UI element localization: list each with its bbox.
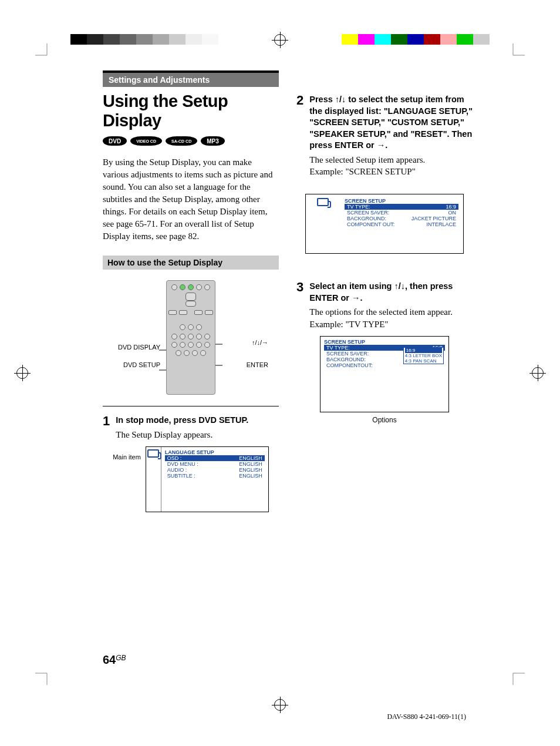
color-bars-left bbox=[70, 34, 218, 45]
badge-videocd: VIDEO CD bbox=[130, 136, 162, 146]
crop-mark bbox=[507, 43, 525, 63]
step-example: Example: "SCREEN SETUP" bbox=[309, 166, 473, 177]
step-heading: Select an item using ↑/↓, then press ENT… bbox=[309, 281, 473, 304]
osd-title: SCREEN SETUP bbox=[345, 198, 458, 204]
format-badges: DVD VIDEO CD SA-CD CD MP3 bbox=[103, 136, 279, 146]
remote-label-enter: ENTER bbox=[247, 361, 268, 368]
osd-row: DVD MENU :ENGLISH bbox=[165, 461, 265, 467]
page-title: Using the Setup Display bbox=[103, 92, 279, 130]
options-caption: Options bbox=[296, 416, 473, 424]
osd-title: SCREEN SETUP bbox=[324, 339, 445, 345]
osd-screen-setup: SCREEN SETUP TV TYPE:16:9SCREEN SAVER:ON… bbox=[296, 194, 473, 254]
step-3: 3 Select an item using ↑/↓, then press E… bbox=[296, 281, 473, 330]
osd-side-label: Main item bbox=[113, 446, 141, 461]
step-number: 2 bbox=[296, 94, 303, 177]
registration-mark-top bbox=[274, 34, 286, 46]
osd-tv-type: SCREEN SETUP TV TYPE:16:9SCREEN SAVER:BA… bbox=[296, 336, 473, 412]
badge-dvd: DVD bbox=[103, 136, 127, 146]
tv-icon bbox=[317, 198, 329, 206]
step-2: 2 Press ↑/↓ to select the setup item fro… bbox=[296, 94, 473, 177]
step-text: The Setup Display appears. bbox=[116, 429, 279, 441]
osd-title: LANGUAGE SETUP bbox=[165, 449, 265, 455]
page-number: 64GB bbox=[103, 653, 126, 667]
remote-control-icon bbox=[166, 280, 215, 395]
badge-sacd: SA-CD CD bbox=[166, 136, 197, 146]
color-bars-right bbox=[342, 34, 490, 45]
footer-text: DAV-S880 4-241-069-11(1) bbox=[387, 713, 466, 721]
registration-mark-bottom bbox=[274, 699, 286, 711]
remote-label-arrows: ↑/↓/→ bbox=[252, 339, 268, 346]
badge-mp3: MP3 bbox=[201, 136, 225, 146]
intro-paragraph: By using the Setup Display, you can make… bbox=[103, 156, 279, 243]
step-number: 3 bbox=[296, 281, 303, 330]
remote-label-dvd-setup: DVD SETUP bbox=[113, 361, 160, 368]
osd-row: SUBTITLE :ENGLISH bbox=[165, 473, 265, 479]
step-example: Example: "TV TYPE" bbox=[309, 318, 473, 330]
osd-row: TV TYPE:16:9 bbox=[345, 204, 458, 210]
crop-mark bbox=[35, 667, 53, 687]
osd-row: COMPONENT OUT:INTERLACE bbox=[345, 221, 458, 227]
crop-mark bbox=[35, 43, 53, 63]
step-heading: Press ↑/↓ to select the setup item from … bbox=[309, 94, 473, 152]
crop-mark bbox=[507, 667, 525, 687]
registration-mark-left bbox=[16, 367, 28, 379]
step-text: The options for the selected item appear… bbox=[309, 306, 473, 318]
osd-row: BACKGROUND:JACKET PICTURE bbox=[345, 216, 458, 221]
tv-icon bbox=[147, 449, 159, 458]
sub-heading: How to use the Setup Display bbox=[103, 256, 279, 270]
osd-row: AUDIO :ENGLISH bbox=[165, 467, 265, 473]
osd-row: OSD :ENGLISH bbox=[165, 455, 265, 461]
osd-options-popup: 16:94:3 LETTER BOX4:3 PAN SCAN bbox=[403, 347, 444, 364]
remote-label-dvd-display: DVD DISPLAY bbox=[113, 344, 160, 351]
step-number: 1 bbox=[103, 415, 110, 441]
remote-diagram: DVD DISPLAY DVD SETUP ↑/↓/→ ENTER bbox=[103, 280, 279, 398]
left-column: Settings and Adjustments Using the Setup… bbox=[103, 70, 279, 516]
osd-language-setup: Main item LANGUAGE SETUP OSD :ENGLISHDVD… bbox=[103, 446, 279, 512]
osd-row: SCREEN SAVER:ON bbox=[345, 210, 458, 216]
registration-mark-right bbox=[532, 367, 544, 379]
step-1: 1 In stop mode, press DVD SETUP. The Set… bbox=[103, 415, 279, 441]
section-header: Settings and Adjustments bbox=[103, 70, 279, 87]
step-text: The selected Setup item appears. bbox=[309, 154, 473, 166]
right-column: 2 Press ↑/↓ to select the setup item fro… bbox=[296, 70, 473, 516]
step-heading: In stop mode, press DVD SETUP. bbox=[116, 415, 279, 426]
